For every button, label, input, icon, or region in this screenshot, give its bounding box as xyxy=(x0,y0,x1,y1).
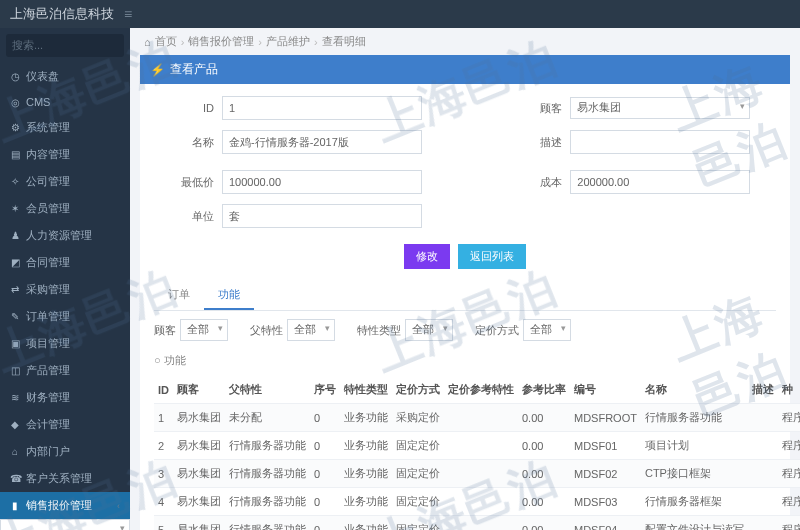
sidebar-sub-0[interactable]: ✚ 产品维护 xyxy=(0,519,130,530)
filter-price-label: 定价方式 xyxy=(475,323,519,338)
table-row[interactable]: 1易水集团未分配0业务功能采购定价0.00MDSFROOT行情服务器功能程序 xyxy=(154,404,800,432)
filter-type-select[interactable]: 全部 xyxy=(405,319,453,341)
table-cell: 未分配 xyxy=(225,404,310,432)
cost-field[interactable] xyxy=(570,170,750,194)
back-button[interactable]: 返回列表 xyxy=(458,244,526,269)
table-cell xyxy=(444,488,518,516)
topbar: 上海邑泊信息科技 ≡ xyxy=(0,0,800,28)
filter-cust-select[interactable]: 全部 xyxy=(180,319,228,341)
sidebar-item-15[interactable]: ☎客户关系管理 xyxy=(0,465,130,492)
sidebar-item-1[interactable]: ◎CMS xyxy=(0,90,130,114)
table-cell: 0 xyxy=(310,516,340,531)
table-cell: 固定定价 xyxy=(392,432,444,460)
id-field[interactable] xyxy=(222,96,422,120)
sidebar-icon: ▮ xyxy=(10,500,20,511)
sidebar-label: 产品管理 xyxy=(26,363,70,378)
table-cell: MDSF03 xyxy=(570,488,641,516)
table-cell: 2 xyxy=(154,432,173,460)
table-cell: 业务功能 xyxy=(340,432,392,460)
table-row[interactable]: 3易水集团行情服务器功能0业务功能固定定价0.00MDSF02CTP接口框架程序 xyxy=(154,460,800,488)
price-field[interactable] xyxy=(222,170,422,194)
sidebar-item-10[interactable]: ▣项目管理 xyxy=(0,330,130,357)
table-cell xyxy=(444,432,518,460)
sidebar-icon: ⇄ xyxy=(10,284,20,295)
sidebar-item-14[interactable]: ⌂内部门户 xyxy=(0,438,130,465)
table-cell: 易水集团 xyxy=(173,460,225,488)
table-cell: 易水集团 xyxy=(173,404,225,432)
table-cell: 5 xyxy=(154,516,173,531)
sidebar-item-8[interactable]: ⇄采购管理 xyxy=(0,276,130,303)
desc-field[interactable] xyxy=(570,130,750,154)
sidebar-icon: ✶ xyxy=(10,203,20,214)
crumb-a[interactable]: 销售报价管理 xyxy=(188,34,254,49)
sidebar-search[interactable]: 搜索... xyxy=(6,34,124,57)
sidebar-item-9[interactable]: ✎订单管理 xyxy=(0,303,130,330)
sidebar-item-6[interactable]: ♟人力资源管理 xyxy=(0,222,130,249)
col-header: 名称 xyxy=(641,376,748,404)
table-cell: 0 xyxy=(310,488,340,516)
edit-button[interactable]: 修改 xyxy=(404,244,450,269)
sidebar-label: 财务管理 xyxy=(26,390,70,405)
table-cell: 固定定价 xyxy=(392,488,444,516)
sidebar-item-16[interactable]: ▮销售报价管理‹ xyxy=(0,492,130,519)
cost-label: 成本 xyxy=(502,175,562,190)
col-header: 特性类型 xyxy=(340,376,392,404)
col-header: 参考比率 xyxy=(518,376,570,404)
crumb-c: 查看明细 xyxy=(322,34,366,49)
table-cell: 3 xyxy=(154,460,173,488)
id-label: ID xyxy=(154,102,214,114)
crumb-b[interactable]: 产品维护 xyxy=(266,34,310,49)
sidebar-item-7[interactable]: ◩合同管理 xyxy=(0,249,130,276)
hamburger-icon[interactable]: ≡ xyxy=(124,6,132,22)
customer-select[interactable]: 易水集团 xyxy=(570,97,750,119)
name-field[interactable] xyxy=(222,130,422,154)
panel-title: 查看产品 xyxy=(170,61,218,78)
table-row[interactable]: 5易水集团行情服务器功能0业务功能固定定价0.00MDSF04配置文件设计与读写… xyxy=(154,516,800,531)
sidebar-item-5[interactable]: ✶会员管理 xyxy=(0,195,130,222)
sidebar-item-3[interactable]: ▤内容管理 xyxy=(0,141,130,168)
tab-feature[interactable]: 功能 xyxy=(204,281,254,310)
name-label: 名称 xyxy=(154,135,214,150)
sidebar-icon: ◩ xyxy=(10,257,20,268)
table-cell: 配置文件设计与读写 xyxy=(641,516,748,531)
table-cell: MDSF02 xyxy=(570,460,641,488)
filter-cust-label: 顾客 xyxy=(154,323,176,338)
sub-filter[interactable]: ○ 功能 xyxy=(154,349,776,376)
sidebar-item-12[interactable]: ≋财务管理 xyxy=(0,384,130,411)
table-cell: 程序 xyxy=(778,516,800,531)
table-cell xyxy=(444,516,518,531)
sidebar-label: 合同管理 xyxy=(26,255,70,270)
col-header: 顾客 xyxy=(173,376,225,404)
table-cell: 采购定价 xyxy=(392,404,444,432)
sidebar-item-11[interactable]: ◫产品管理 xyxy=(0,357,130,384)
price-label: 最低价 xyxy=(154,175,214,190)
sidebar-label: 仪表盘 xyxy=(26,69,59,84)
sidebar-label: 订单管理 xyxy=(26,309,70,324)
filter-type-label: 特性类型 xyxy=(357,323,401,338)
sidebar-icon: ☎ xyxy=(10,473,20,484)
brand: 上海邑泊信息科技 xyxy=(10,5,114,23)
crumb-home[interactable]: 首页 xyxy=(155,34,177,49)
sidebar-label: 系统管理 xyxy=(26,120,70,135)
chevron-icon: ‹ xyxy=(117,501,120,511)
sidebar-item-13[interactable]: ◆会计管理 xyxy=(0,411,130,438)
table-cell: MDSFROOT xyxy=(570,404,641,432)
feature-table: ID顾客父特性序号特性类型定价方式定价参考特性参考比率编号名称描述种 1易水集团… xyxy=(154,376,800,530)
table-cell: 0.00 xyxy=(518,516,570,531)
unit-field[interactable] xyxy=(222,204,422,228)
filter-price-select[interactable]: 全部 xyxy=(523,319,571,341)
filter-parent-select[interactable]: 全部 xyxy=(287,319,335,341)
customer-label: 顾客 xyxy=(502,101,562,116)
sidebar-item-2[interactable]: ⚙系统管理 xyxy=(0,114,130,141)
tab-order[interactable]: 订单 xyxy=(154,281,204,310)
table-cell: 易水集团 xyxy=(173,488,225,516)
sidebar-item-4[interactable]: ✧公司管理 xyxy=(0,168,130,195)
sidebar-item-0[interactable]: ◷仪表盘 xyxy=(0,63,130,90)
col-header: 父特性 xyxy=(225,376,310,404)
home-icon[interactable]: ⌂ xyxy=(144,36,151,48)
table-row[interactable]: 2易水集团行情服务器功能0业务功能固定定价0.00MDSF01项目计划程序 xyxy=(154,432,800,460)
col-header: 描述 xyxy=(748,376,778,404)
col-header: 编号 xyxy=(570,376,641,404)
table-row[interactable]: 4易水集团行情服务器功能0业务功能固定定价0.00MDSF03行情服务器框架程序 xyxy=(154,488,800,516)
table-cell: 行情服务器框架 xyxy=(641,488,748,516)
